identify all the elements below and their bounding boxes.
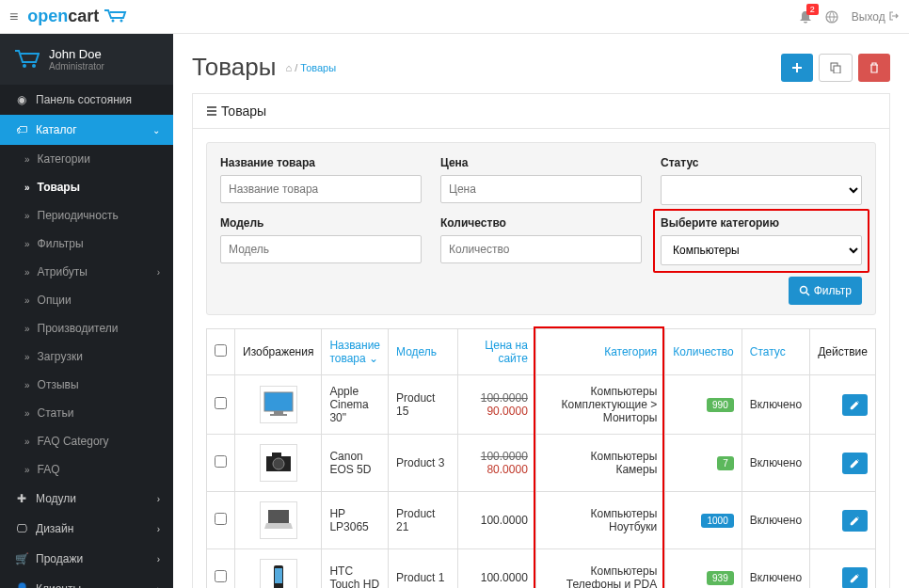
edit-button[interactable] (842, 453, 868, 474)
cell-status: Включено (742, 375, 809, 435)
notifications-button[interactable]: 2 (799, 10, 812, 24)
brand-logo[interactable]: opencart (27, 7, 126, 26)
row-checkbox[interactable] (215, 513, 227, 525)
filter-qty-input[interactable] (440, 235, 642, 263)
sub-options[interactable]: »Опции (0, 286, 173, 314)
nav-clients[interactable]: 👤Клиенты› (0, 574, 173, 588)
menu-toggle-icon[interactable]: ≡ (9, 8, 18, 25)
qty-badge: 939 (707, 571, 734, 585)
nav-catalog[interactable]: 🏷Каталог⌄ (0, 115, 173, 145)
tag-icon: 🏷 (13, 123, 30, 136)
sub-filters[interactable]: »Фильтры (0, 230, 173, 258)
pencil-icon (850, 458, 860, 469)
cell-qty: 7 (665, 435, 742, 492)
filter-button[interactable]: Фильтр (789, 277, 862, 305)
col-status[interactable]: Статус (742, 329, 809, 375)
qty-badge: 7 (717, 456, 734, 470)
edit-button[interactable] (842, 567, 868, 589)
sub-downloads[interactable]: »Загрузки (0, 342, 173, 371)
svg-rect-14 (268, 510, 289, 523)
filter-price-input[interactable] (440, 175, 642, 203)
sub-faqcat[interactable]: »FAQ Category (0, 427, 173, 455)
cell-model: Product 15 (389, 375, 458, 435)
col-image: Изображения (235, 329, 322, 375)
col-name[interactable]: Название товара ⌄ (322, 329, 389, 375)
filter-status-select[interactable] (661, 175, 862, 205)
svg-point-0 (111, 20, 114, 23)
sub-products[interactable]: »Товары (0, 173, 173, 201)
cart-icon: 🛒 (13, 552, 30, 565)
sidebar-cart-icon (13, 49, 40, 70)
copy-button[interactable] (819, 54, 853, 82)
col-price[interactable]: Цена на сайте (458, 329, 536, 375)
cell-category: КомпьютерыТелефоны и PDA (535, 549, 664, 589)
product-thumb (260, 559, 297, 588)
table-row: HTC Touch HD Product 1 100.0000 Компьюте… (207, 549, 876, 589)
nav-dashboard[interactable]: ◉Панель состояния (0, 85, 173, 115)
pencil-icon (850, 573, 860, 583)
filter-category-select[interactable]: Компьютеры (661, 235, 862, 265)
row-checkbox[interactable] (215, 397, 227, 409)
delete-button[interactable] (858, 54, 890, 82)
svg-rect-9 (274, 411, 283, 414)
svg-rect-16 (275, 568, 282, 583)
svg-point-12 (273, 458, 284, 469)
cell-qty: 990 (665, 375, 742, 435)
filter-model-input[interactable] (220, 235, 422, 263)
sub-reviews[interactable]: »Отзывы (0, 371, 173, 399)
col-qty[interactable]: Количество (665, 329, 742, 375)
globe-button[interactable] (825, 10, 838, 24)
topbar: ≡ opencart 2 Выход (0, 0, 909, 34)
add-button[interactable] (781, 54, 813, 82)
user-block: John Doe Administrator (0, 34, 173, 85)
cell-qty: 939 (665, 549, 742, 589)
desktop-icon: 🖵 (13, 522, 30, 535)
cart-logo-icon (103, 8, 127, 24)
row-checkbox[interactable] (215, 570, 227, 582)
filter-form: Название товара Цена Статус (206, 142, 876, 315)
col-model[interactable]: Модель (389, 329, 458, 375)
table-row: Canon EOS 5D Product 3 100.000080.0000 К… (207, 435, 876, 492)
svg-point-7 (800, 287, 806, 294)
panel-heading: Товары (193, 94, 889, 129)
cell-name: Canon EOS 5D (322, 435, 389, 492)
col-action: Действие (810, 329, 876, 375)
sub-recurring[interactable]: »Периодичность (0, 201, 173, 230)
sub-faq[interactable]: »FAQ (0, 455, 173, 484)
chevron-right-icon: › (157, 267, 160, 278)
cell-category: КомпьютерыНоутбуки (535, 492, 664, 549)
nav-sales[interactable]: 🛒Продажи› (0, 544, 173, 574)
sub-articles[interactable]: »Статьи (0, 399, 173, 427)
chevron-right-icon: › (157, 524, 160, 534)
panel: Товары Название товара Цена С (192, 93, 890, 588)
table-wrap: Изображения Название товара ⌄ Модель Цен… (206, 328, 876, 588)
cell-category: КомпьютерыКамеры (535, 435, 664, 492)
breadcrumb-link[interactable]: Товары (300, 62, 336, 73)
cell-category: КомпьютерыКомплектующие > Мониторы (535, 375, 664, 435)
filter-qty-label: Количество (440, 216, 642, 230)
sub-manufacturers[interactable]: »Производители (0, 314, 173, 342)
qty-badge: 1000 (701, 514, 733, 528)
notification-badge: 2 (806, 4, 819, 15)
globe-icon (825, 10, 838, 24)
sub-categories[interactable]: »Категории (0, 145, 173, 173)
cell-name: HTC Touch HD (322, 549, 389, 589)
filter-name-input[interactable] (220, 175, 422, 203)
svg-rect-13 (272, 453, 281, 456)
nav-design[interactable]: 🖵Дизайн› (0, 514, 173, 544)
page-title: Товары (192, 53, 276, 82)
pencil-icon (850, 516, 860, 526)
select-all-checkbox[interactable] (215, 344, 227, 357)
filter-model-label: Модель (220, 216, 422, 230)
sub-attributes[interactable]: »Атрибуты› (0, 258, 173, 286)
home-icon[interactable]: ⌂ (285, 62, 292, 73)
edit-button[interactable] (842, 510, 868, 532)
cell-model: Product 21 (389, 492, 458, 549)
row-checkbox[interactable] (215, 455, 227, 468)
nav-modules[interactable]: ✚Модули› (0, 484, 173, 514)
edit-button[interactable] (842, 394, 868, 416)
filter-status-label: Статус (661, 156, 862, 169)
product-thumb (260, 386, 297, 423)
col-category[interactable]: Категория (535, 329, 664, 375)
logout-button[interactable]: Выход (852, 10, 900, 24)
